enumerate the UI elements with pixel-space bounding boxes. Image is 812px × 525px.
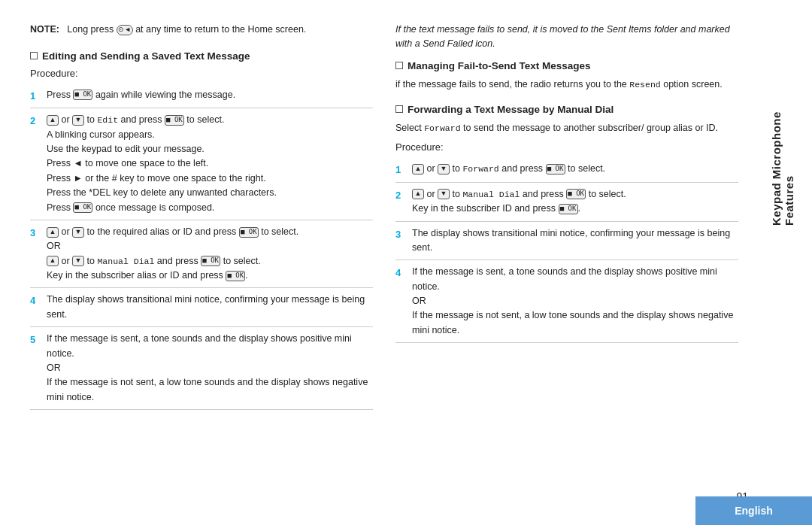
step-content-1: Press ■ OK again while viewing the messa… [47, 88, 373, 104]
forward-mono: Forward [424, 123, 460, 133]
italic-note-text: If the text message fails to send, it is… [395, 24, 730, 49]
forward-desc: Select Forward to send the message to an… [395, 121, 738, 135]
r-ok-1: ■ OK [546, 164, 565, 174]
forward-mono-1: Forward [462, 164, 498, 174]
right-step-1: 1 ▲ or ▼ to Forward and press ■ OK to se… [395, 157, 738, 183]
manual-dial-mono-2: Manual Dial [462, 190, 520, 199]
english-label: English [735, 505, 773, 517]
arrow-up-3: ▲ [47, 227, 59, 238]
step-content-2: ▲ or ▼ to Edit and press ■ OK to select.… [47, 113, 373, 215]
r-arrow-down-1: ▼ [438, 164, 450, 174]
english-badge: English [695, 496, 812, 525]
procedure-label: Procedure: [30, 68, 373, 79]
right-step-number-4: 4 [395, 266, 406, 338]
home-button-icon: ⊙◄ [117, 25, 133, 35]
page-container: NOTE: Long press ⊙◄ at any time to retur… [0, 0, 812, 525]
arrow-up-2: ▲ [47, 115, 59, 126]
right-step-number-1: 1 [395, 162, 406, 178]
arrow-up-3b: ▲ [47, 256, 59, 266]
ok-btn-2: ■ OK [165, 115, 184, 126]
manual-dial-mono: Manual Dial [97, 256, 154, 266]
arrow-down-3: ▼ [72, 227, 84, 238]
right-section1-title: Managing Fail-to-Send Text Messages [395, 60, 738, 71]
r-ok-2: ■ OK [566, 189, 586, 199]
step-content-5: If the message is sent, a tone sounds an… [47, 332, 373, 405]
right-section2-title-text: Forwarding a Text Message by Manual Dial [408, 104, 614, 115]
resend-mono: Resend [629, 80, 660, 90]
sidebar-right: Keypad Microphone Features [761, 23, 797, 510]
step-item-1: 1 Press ■ OK again while viewing the mes… [30, 83, 373, 109]
note-label: NOTE: [30, 24, 59, 35]
step-number-4: 4 [30, 293, 41, 322]
right-section2-title: Forwarding a Text Message by Manual Dial [395, 104, 738, 115]
edit-mono: Edit [97, 115, 118, 125]
sidebar-text-container: Keypad Microphone Features [768, 60, 797, 226]
left-section-title-text: Editing and Sending a Saved Text Message [42, 50, 250, 62]
step-content-4: The display shows transitional mini noti… [47, 293, 373, 322]
right-step-content-3: The display shows transitional mini noti… [412, 226, 738, 256]
r-arrow-down-2: ▼ [438, 189, 450, 199]
fail-to-send-text: if the message fails to send, the radio … [395, 77, 738, 92]
r-ok-2b: ■ OK [559, 204, 578, 214]
ok-btn-1: ■ OK [73, 90, 92, 100]
procedure-label-2: Procedure: [395, 141, 738, 153]
left-section-title: Editing and Sending a Saved Text Message [30, 50, 373, 62]
ok-btn-3: ■ OK [239, 227, 259, 238]
section1-icon [395, 62, 403, 69]
arrow-down-3b: ▼ [72, 256, 84, 266]
step-item-5: 5 If the message is sent, a tone sounds … [30, 327, 373, 410]
step-item-4: 4 The display shows transitional mini no… [30, 288, 373, 327]
right-step-number-3: 3 [395, 227, 406, 256]
note-block: NOTE: Long press ⊙◄ at any time to retur… [30, 23, 373, 37]
r-arrow-up-1: ▲ [412, 164, 424, 174]
right-step-content-4: If the message is sent, a tone sounds an… [412, 265, 738, 338]
step-number-5: 5 [30, 332, 41, 405]
right-step-3: 3 The display shows transitional mini no… [395, 222, 738, 261]
step-number-1: 1 [30, 89, 41, 104]
right-step-content-2: ▲ or ▼ to Manual Dial and press ■ OK to … [412, 187, 738, 217]
step-item-2: 2 ▲ or ▼ to Edit and press ■ OK to selec… [30, 108, 373, 220]
note-text: Long press [67, 24, 116, 35]
right-step-number-2: 2 [395, 188, 406, 217]
right-column: If the text message fails to send, it is… [395, 23, 738, 510]
right-section1-title-text: Managing Fail-to-Send Text Messages [408, 60, 591, 71]
section2-icon [395, 105, 403, 113]
steps-list: 1 Press ■ OK again while viewing the mes… [30, 83, 373, 410]
steps-list-right: 1 ▲ or ▼ to Forward and press ■ OK to se… [395, 157, 738, 343]
right-step-4: 4 If the message is sent, a tone sounds … [395, 260, 738, 343]
italic-note: If the text message fails to send, it is… [395, 23, 738, 51]
note-text2: at any time to return to the Home screen… [135, 24, 306, 35]
r-arrow-up-2: ▲ [412, 189, 424, 199]
ok-btn-2b: ■ OK [73, 202, 92, 213]
step-item-3: 3 ▲ or ▼ to the required alias or ID and… [30, 220, 373, 289]
step-content-3: ▲ or ▼ to the required alias or ID and p… [47, 225, 373, 284]
sidebar-label: Keypad Microphone Features [770, 60, 795, 226]
arrow-down-2: ▼ [72, 115, 84, 126]
right-step-content-1: ▲ or ▼ to Forward and press ■ OK to sele… [412, 162, 738, 178]
step-number-2: 2 [30, 114, 41, 215]
main-content: NOTE: Long press ⊙◄ at any time to retur… [0, 0, 812, 525]
left-column: NOTE: Long press ⊙◄ at any time to retur… [30, 23, 373, 510]
right-step-2: 2 ▲ or ▼ to Manual Dial and press ■ OK t… [395, 183, 738, 222]
ok-btn-3c: ■ OK [226, 271, 245, 281]
ok-btn-3b: ■ OK [201, 256, 220, 266]
step-number-3: 3 [30, 226, 41, 284]
section-icon [30, 52, 38, 59]
